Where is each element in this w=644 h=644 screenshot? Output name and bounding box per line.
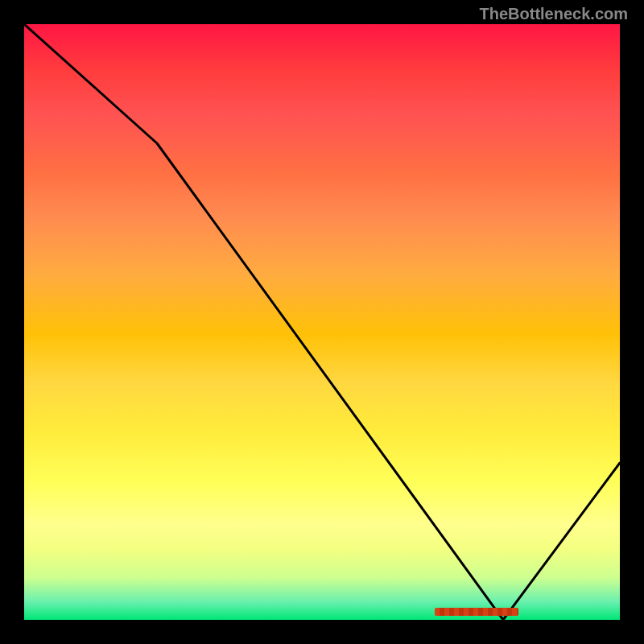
- highlight-band: [435, 608, 518, 616]
- plot-area: [24, 24, 620, 620]
- attribution-text: TheBottleneck.com: [480, 5, 628, 23]
- chart-container: TheBottleneck.com: [0, 0, 644, 644]
